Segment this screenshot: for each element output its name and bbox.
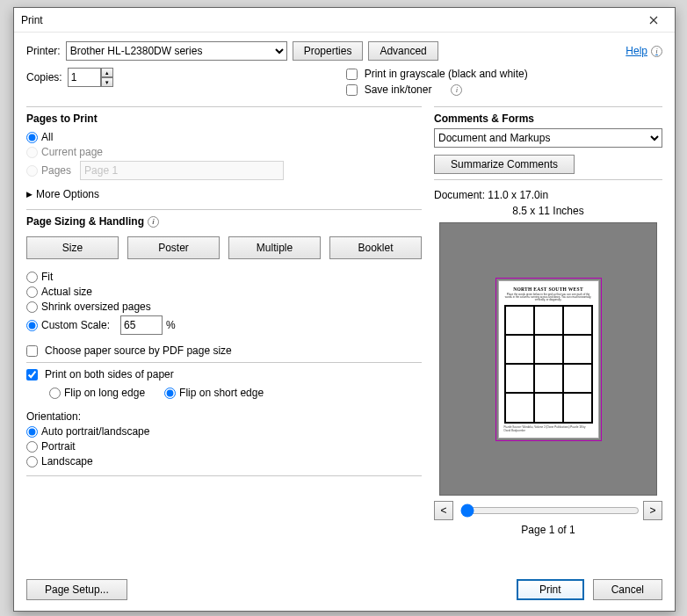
printer-label: Printer: bbox=[26, 45, 61, 57]
comments-forms-heading: Comments & Forms bbox=[434, 112, 662, 125]
cancel-button[interactable]: Cancel bbox=[593, 579, 662, 600]
print-dialog: Print Printer: Brother HL-L2380DW series… bbox=[13, 7, 676, 612]
printer-select[interactable]: Brother HL-L2380DW series bbox=[66, 41, 287, 61]
save-ink-checkbox[interactable] bbox=[346, 84, 358, 96]
more-options-toggle[interactable]: ▶ More Options bbox=[26, 188, 422, 200]
pages-radio-row: Pages bbox=[26, 161, 422, 180]
fit-radio-row[interactable]: Fit bbox=[26, 271, 422, 283]
long-edge-radio-row[interactable]: Flip on long edge bbox=[49, 387, 145, 399]
page-count-label: Page 1 of 1 bbox=[434, 524, 662, 536]
actual-size-radio[interactable] bbox=[26, 286, 38, 298]
close-icon bbox=[649, 16, 658, 25]
long-edge-radio[interactable] bbox=[49, 388, 61, 399]
grayscale-checkbox-row[interactable]: Print in grayscale (black and white) bbox=[346, 68, 528, 80]
choose-paper-checkbox-row[interactable]: Choose paper source by PDF page size bbox=[26, 344, 422, 357]
pages-input bbox=[80, 161, 284, 180]
advanced-button[interactable]: Advanced bbox=[368, 41, 438, 61]
print-preview: NORTH EAST SOUTH WEST Place the words gi… bbox=[439, 222, 657, 496]
pages-radio bbox=[26, 165, 38, 177]
landscape-radio-row[interactable]: Landscape bbox=[26, 455, 422, 467]
preview-page: NORTH EAST SOUTH WEST Place the words gi… bbox=[498, 280, 599, 438]
print-button[interactable]: Print bbox=[517, 579, 584, 600]
copies-down-button[interactable]: ▼ bbox=[101, 77, 113, 87]
current-page-radio-row: Current page bbox=[26, 146, 422, 158]
preview-doc-footer: Puzzle Source: Wordoku, Volume 2 (Dover … bbox=[504, 425, 593, 432]
current-page-radio bbox=[26, 147, 38, 158]
size-tab-button[interactable]: Size bbox=[26, 236, 119, 259]
preview-slider[interactable] bbox=[459, 502, 638, 520]
info-icon: i bbox=[451, 84, 462, 96]
copies-input[interactable] bbox=[68, 68, 101, 87]
duplex-checkbox-row[interactable]: Print on both sides of paper bbox=[26, 368, 422, 380]
info-icon: i bbox=[148, 216, 159, 228]
summarize-comments-button[interactable]: Summarize Comments bbox=[434, 155, 575, 174]
auto-orient-radio-row[interactable]: Auto portrait/landscape bbox=[26, 425, 422, 438]
comments-select[interactable]: Document and Markups bbox=[434, 128, 662, 148]
landscape-radio[interactable] bbox=[26, 456, 38, 467]
shrink-radio-row[interactable]: Shrink oversized pages bbox=[26, 301, 422, 313]
shrink-radio[interactable] bbox=[26, 301, 38, 313]
actual-size-radio-row[interactable]: Actual size bbox=[26, 286, 422, 298]
portrait-radio[interactable] bbox=[26, 441, 38, 453]
multiple-tab-button[interactable]: Multiple bbox=[228, 236, 321, 259]
page-sizing-heading: Page Sizing & Handling i bbox=[26, 215, 422, 228]
help-icon: i bbox=[651, 46, 662, 57]
preview-prev-button[interactable]: < bbox=[434, 501, 453, 520]
portrait-radio-row[interactable]: Portrait bbox=[26, 440, 422, 453]
chevron-right-icon: ▶ bbox=[26, 190, 33, 199]
properties-button[interactable]: Properties bbox=[293, 41, 364, 61]
preview-doc-grid bbox=[504, 305, 593, 423]
copies-up-button[interactable]: ▲ bbox=[101, 68, 113, 77]
close-button[interactable] bbox=[640, 10, 668, 31]
preview-doc-title: NORTH EAST SOUTH WEST bbox=[504, 286, 593, 292]
poster-tab-button[interactable]: Poster bbox=[127, 236, 220, 259]
booklet-tab-button[interactable]: Booklet bbox=[329, 236, 422, 259]
dialog-title: Print bbox=[21, 14, 640, 26]
copies-label: Copies: bbox=[26, 71, 62, 83]
short-edge-radio-row[interactable]: Flip on short edge bbox=[164, 387, 264, 399]
custom-scale-radio-row[interactable]: Custom Scale: % bbox=[26, 315, 422, 335]
duplex-checkbox[interactable] bbox=[26, 369, 38, 380]
all-radio-row[interactable]: All bbox=[26, 131, 422, 143]
document-size-label: Document: 11.0 x 17.0in bbox=[434, 189, 662, 201]
fit-radio[interactable] bbox=[26, 272, 38, 283]
preview-doc-subtitle: Place the words given below in the grid … bbox=[504, 294, 593, 302]
save-ink-checkbox-row[interactable]: Save ink/toner i bbox=[346, 83, 528, 96]
page-setup-button[interactable]: Page Setup... bbox=[26, 579, 127, 600]
titlebar: Print bbox=[14, 8, 675, 33]
custom-scale-input[interactable] bbox=[120, 315, 163, 335]
grayscale-checkbox[interactable] bbox=[346, 69, 358, 80]
help-link[interactable]: Help i bbox=[626, 45, 662, 57]
all-radio[interactable] bbox=[26, 132, 38, 143]
custom-scale-radio[interactable] bbox=[26, 320, 38, 331]
auto-orient-radio[interactable] bbox=[26, 426, 38, 438]
copies-spinner[interactable]: ▲ ▼ bbox=[68, 68, 113, 87]
paper-size-label: 8.5 x 11 Inches bbox=[434, 205, 662, 217]
short-edge-radio[interactable] bbox=[164, 388, 176, 399]
pages-to-print-heading: Pages to Print bbox=[26, 112, 422, 125]
orientation-heading: Orientation: bbox=[26, 410, 422, 423]
preview-next-button[interactable]: > bbox=[643, 501, 662, 520]
choose-paper-checkbox[interactable] bbox=[26, 345, 38, 357]
